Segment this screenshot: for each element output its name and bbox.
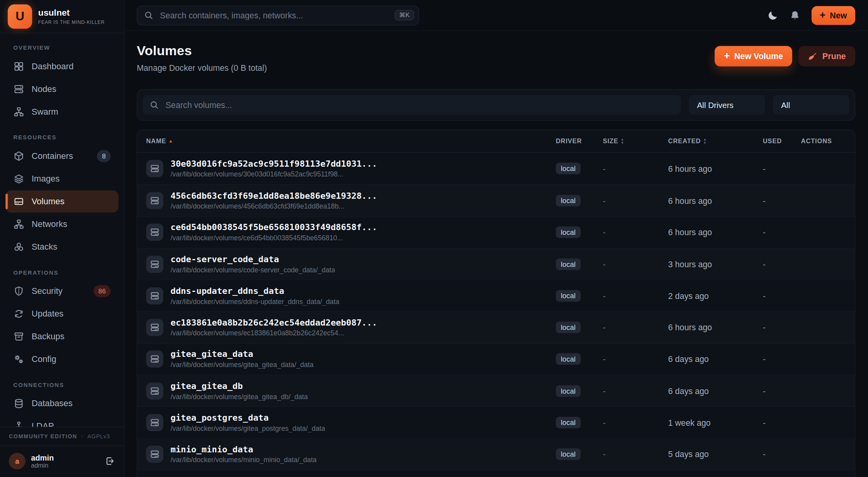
user-menu[interactable]: a admin admin [0,446,124,477]
page-title: Volumes [137,43,267,59]
databases-icon [13,398,24,409]
volume-size: - [603,386,668,396]
driver-badge: local [556,385,580,397]
sidebar-item-containers[interactable]: Containers8 [5,145,119,167]
driver-badge: local [556,322,580,333]
volume-path: /var/lib/docker/volumes/ce6d54bb0038545f… [171,234,377,242]
dashboard-icon [13,61,24,72]
sidebar-item-swarm[interactable]: Swarm [5,101,119,123]
volume-row[interactable]: ce6d54bb0038545f5be656810033f49d8658f...… [137,216,855,248]
search-icon [149,100,159,110]
volume-used: - [763,355,801,364]
column-header-size[interactable]: SIZE▲▼ [603,138,668,144]
sidebar-item-volumes[interactable]: Volumes [5,191,119,213]
volume-row[interactable]: ddns-updater_ddns_data/var/lib/docker/vo… [137,280,855,311]
volume-name: gitea_postgres_data [171,413,325,423]
avatar: a [9,453,25,469]
sidebar-item-databases[interactable]: Databases [5,392,119,415]
bell-icon[interactable] [789,10,800,21]
volume-name: gitea_gitea_data [171,349,314,359]
sidebar-footer: COMMUNITY EDITION · AGPLv3 a admin admin [0,427,124,477]
volume-size: - [603,259,668,269]
volumes-table: NAME▲DRIVERSIZE▲▼CREATED▲▼USEDACTIONS 30… [137,130,855,477]
sidebar-item-nodes[interactable]: Nodes [5,78,119,100]
volume-used: - [763,164,801,173]
volume-row[interactable] [137,470,855,477]
volume-size: - [603,323,668,332]
license-label: AGPLv3 [87,434,110,440]
sidebar-item-images[interactable]: Images [5,168,119,190]
sidebar-item-label: Databases [32,398,73,408]
images-icon [13,173,24,184]
plus-icon: + [819,10,825,20]
volume-search-input[interactable] [164,100,674,110]
brand-name: usulnet [38,8,105,18]
prune-button[interactable]: Prune [798,46,855,66]
volume-row[interactable]: gitea_gitea_db/var/lib/docker/volumes/gi… [137,375,855,407]
volume-row[interactable]: code-server_code_data/var/lib/docker/vol… [137,248,855,280]
hdd-icon [146,382,163,400]
sidebar-item-backups[interactable]: Backups [5,326,119,348]
usage-filter-select[interactable]: All [773,95,849,115]
global-search[interactable]: ⌘K [137,5,419,25]
column-label: SIZE [603,138,618,144]
app-window: U usulnet FEAR IS THE MIND-KILLER OVERVI… [0,0,868,477]
logout-icon[interactable] [104,455,115,466]
new-volume-button[interactable]: + New Volume [715,46,792,66]
volume-used: - [763,323,801,332]
sidebar-item-stacks[interactable]: Stacks [5,236,119,258]
driver-badge: local [556,163,580,175]
column-header-driver: DRIVER [556,138,603,144]
sidebar-item-label: Swarm [32,107,58,117]
topbar: ⌘K + New [124,0,868,31]
volume-row[interactable]: gitea_gitea_data/var/lib/docker/volumes/… [137,343,855,375]
volume-path: /var/lib/docker/volumes/gitea_postgres_d… [171,425,325,432]
edition-label: COMMUNITY EDITION [9,434,77,440]
sidebar-item-label: Containers [32,151,73,161]
brand-block[interactable]: U usulnet FEAR IS THE MIND-KILLER [0,0,124,33]
volume-row[interactable]: ec183861e0a8b2b26c242ec54eddad2eeb087...… [137,311,855,343]
sidebar: U usulnet FEAR IS THE MIND-KILLER OVERVI… [0,0,124,477]
volume-name: ec183861e0a8b2b26c242ec54eddad2eeb087... [171,318,377,328]
driver-filter-select[interactable]: All Drivers [689,95,765,115]
networks-icon [13,219,24,230]
global-search-input[interactable] [159,10,389,20]
swarm-icon [13,106,24,117]
sidebar-item-ldap[interactable]: LDAP [5,415,119,427]
sidebar-section-label: CONNECTIONS [13,382,124,388]
hdd-icon [146,319,163,336]
volume-created: 6 days ago [668,355,763,364]
volume-row[interactable]: 456c6db63cfd3f69e1dd8ea18be86e9e19328...… [137,184,855,216]
sidebar-item-dashboard[interactable]: Dashboard [5,55,119,77]
column-header-created[interactable]: CREATED▲▼ [668,138,763,144]
sidebar-item-security[interactable]: Security86 [5,280,119,302]
new-button[interactable]: + New [811,6,855,25]
column-header-actions: ACTIONS [801,138,846,144]
volume-row[interactable]: gitea_postgres_data/var/lib/docker/volum… [137,407,855,438]
volume-row[interactable]: 30e03d016fc9a52ac9c9511f98113e7dd1031...… [137,153,855,184]
volume-row[interactable]: minio_minio_data/var/lib/docker/volumes/… [137,438,855,470]
table-body: 30e03d016fc9a52ac9c9511f98113e7dd1031...… [137,153,855,477]
user-name: admin [31,453,54,462]
ldap-icon [13,421,24,427]
volume-search[interactable] [143,95,681,115]
moon-icon[interactable] [767,10,778,21]
volume-name: 456c6db63cfd3f69e1dd8ea18be86e9e19328... [171,191,377,201]
volume-created: 6 hours ago [668,323,763,332]
sidebar-item-networks[interactable]: Networks [5,213,119,236]
sort-icon: ▲▼ [703,138,707,144]
volume-path: /var/lib/docker/volumes/ddns-updater_ddn… [171,298,340,306]
brand-logo: U [8,4,32,29]
containers-icon [13,151,24,162]
volume-path: /var/lib/docker/volumes/gitea_gitea_data… [171,361,314,369]
hdd-icon [146,351,163,368]
sidebar-item-updates[interactable]: Updates [5,303,119,325]
column-label: DRIVER [556,138,582,144]
driver-badge: local [556,353,580,365]
driver-badge: local [556,448,580,460]
column-header-name[interactable]: NAME▲ [146,138,556,144]
page-subtitle: Manage Docker volumes (0 B total) [137,63,267,72]
sidebar-item-config[interactable]: Config [5,348,119,371]
volume-path: /var/lib/docker/volumes/ec183861e0a8b2b2… [171,329,377,337]
volume-size: - [603,228,668,237]
